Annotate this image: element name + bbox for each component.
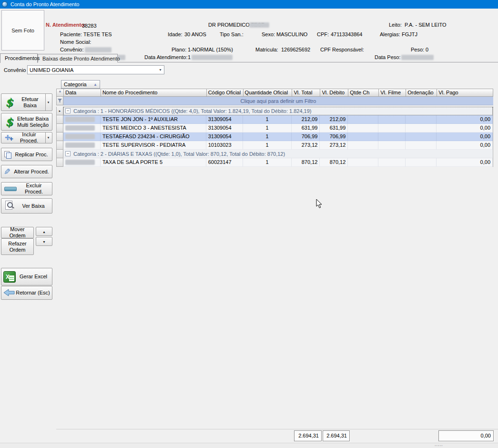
data-atendimento-prefix: 1 (188, 54, 191, 60)
photo-placeholder-text: Sem Foto (11, 28, 34, 33)
sexo-value: MASCULINO (276, 31, 307, 37)
cell-codigo-oficial: 10103023 (206, 141, 243, 150)
convenio-select[interactable]: UNIMED GOIANIA ▼ (27, 65, 164, 74)
cell-qtde-ch (348, 132, 378, 141)
cell-vl-total: 706,99 (292, 132, 320, 141)
group-header-text: Categoria : 1 - HONORÁRIOS MÉDICOS ((Qtd… (73, 108, 312, 114)
collapse-group-icon[interactable]: − (65, 108, 71, 113)
column-header-vl-pago[interactable]: Vl. Pago (437, 89, 493, 97)
mover-ordem-button[interactable]: Mover Ordem (1, 227, 34, 238)
redacted-date (65, 134, 95, 139)
cell-ordenacao (406, 124, 437, 132)
group-row[interactable]: −Categoria : 2 - DIÁRIAS E TAXAS ((Qtde:… (56, 150, 493, 158)
chevron-down-icon[interactable]: ▼ (157, 68, 164, 71)
cell-ordenacao (406, 115, 437, 124)
matricula-label: Matricula: (255, 47, 278, 52)
ver-baixa-button[interactable]: Ver Baixa (1, 198, 52, 214)
row-indicator[interactable] (56, 124, 63, 132)
row-indicator[interactable] (56, 132, 63, 141)
column-header-vl-total[interactable]: Vl. Total (292, 89, 320, 97)
app-icon (2, 1, 8, 7)
cell-codigo-oficial: 31309054 (206, 124, 243, 132)
column-header-data[interactable]: Data (64, 89, 101, 97)
cell-vl-pago: 0,00 (437, 141, 493, 150)
cell-quantidade-oficial: 1 (243, 158, 292, 167)
cell-vl-total: 212,09 (292, 115, 320, 124)
efetuar-baixa-multi-selecao-button[interactable]: $ Efetuar Baixa Multi Seleção (1, 113, 52, 131)
cell-vl-pago: 0,00 (437, 132, 493, 141)
cell-quantidade-oficial: 1 (243, 132, 292, 141)
gerar-excel-button[interactable]: Gerar Excel (1, 268, 52, 285)
column-header-ordenacao[interactable]: Ordenação (406, 89, 437, 97)
filter-row-band[interactable]: Clique aqui para definir um Filtro (63, 97, 493, 105)
excel-icon (3, 271, 16, 283)
procedure-row[interactable]: TESTE JON JON - 1º AUXILIAR313090541212,… (56, 115, 493, 124)
convenio-header-label: Convênio: (60, 47, 84, 52)
up-arrow-icon: ▲ (42, 230, 46, 234)
focused-row-marker-icon: ▸ (56, 107, 63, 115)
redacted-date (65, 125, 95, 131)
down-arrow-icon: ▼ (42, 240, 46, 244)
filter-row-indicator (56, 97, 63, 105)
redacted-data-atendimento (192, 55, 233, 60)
cell-quantidade-oficial: 1 (243, 124, 292, 132)
plano-value: 1-NORMAL (150%) (188, 47, 233, 52)
cell-nome-do-procedimento: TAXA DE SALA PORTE 5 (101, 158, 206, 167)
redacted-date (65, 117, 95, 122)
cell-nome-do-procedimento: TESTE MEDICO 3 - ANESTESISTA (101, 124, 206, 132)
retornar-button[interactable]: Retornar (Esc) (1, 286, 52, 300)
filter-funnel-icon (58, 99, 62, 103)
alergias-value: FGJTJ (402, 31, 417, 37)
column-header-vl-debito[interactable]: Vl. Débito (320, 89, 348, 97)
group-row[interactable]: ▸−Categoria : 1 - HONORÁRIOS MÉDICOS ((Q… (56, 107, 493, 115)
conta-pronto-atendimento-window: Conta do Pronto Atendimento Sem Foto N. … (0, 0, 498, 448)
delete-bar-icon (4, 187, 17, 191)
group-band[interactable]: −Categoria : 1 - HONORÁRIOS MÉDICOS ((Qt… (63, 107, 493, 115)
redacted-date (65, 143, 95, 148)
refazer-ordem-button[interactable]: Refazer Ordem (1, 238, 34, 255)
efetuar-baixa-button[interactable]: $ Efetuar Baixa ▼ (1, 93, 52, 111)
redacted-data-peso (401, 55, 434, 60)
group-band[interactable]: −Categoria : 2 - DIÁRIAS E TAXAS ((Qtde:… (63, 150, 493, 158)
resize-grip[interactable]: ,,,,, (435, 442, 443, 447)
cell-vl-debito: 870,12 (320, 158, 348, 167)
row-indicator[interactable] (56, 141, 63, 150)
excluir-procedimento-button[interactable]: Excluir Proced. (1, 182, 52, 195)
column-header-quantidade-oficial[interactable]: Quantidade Oficial (244, 89, 293, 97)
peso-value: 0 (426, 47, 428, 52)
data-peso-label: Data Peso: (375, 54, 400, 60)
cell-qtde-ch (348, 115, 378, 124)
tab-procedimentos[interactable]: Procedimentos (0, 53, 38, 63)
row-indicator[interactable] (56, 115, 63, 124)
cpf-label: CPF: (317, 31, 329, 37)
replicar-procedimento-button[interactable]: Replicar Proc. (1, 148, 52, 161)
nome-social-label: Nome Social: (60, 39, 91, 45)
column-header-codigo-oficial[interactable]: Código Oficial (207, 89, 244, 97)
procedure-row[interactable]: TAXA DE SALA PORTE 5600231471870,12870,1… (56, 158, 493, 167)
cell-data (63, 124, 101, 132)
alergias-label: Alergias: (380, 31, 400, 37)
collapse-group-icon[interactable]: − (65, 151, 71, 156)
peso-label: Peso: (411, 47, 424, 52)
cell-ordenacao (406, 132, 437, 141)
incluir-procedimento-button[interactable]: ✚ Incluir Proced. ▼ (1, 132, 52, 143)
mouse-cursor (316, 199, 323, 209)
cell-codigo-oficial: 31309054 (206, 115, 243, 124)
row-indicator[interactable] (56, 158, 63, 167)
magnifier-doc-icon (4, 201, 16, 211)
procedure-row[interactable]: TESTE SUPERVISOR - PEDIATRA101030231273,… (56, 141, 493, 150)
column-header-qtde-ch[interactable]: Qtde Ch (348, 89, 379, 97)
dropdown-arrow-icon[interactable]: ▼ (45, 132, 51, 143)
titlebar[interactable]: Conta do Pronto Atendimento (0, 0, 498, 9)
alterar-procedimento-button[interactable]: ✎ Alterar Proced. (1, 165, 52, 178)
group-by-categoria-button[interactable]: Categoria ▲ (61, 80, 100, 89)
tab-baixas-pronto-atendimento[interactable]: Baixas deste Pronto Atendimento (38, 54, 118, 62)
procedure-row[interactable]: TESTE MEDICO 3 - ANESTESISTA313090541631… (56, 124, 493, 132)
column-header-nome-do-procedimento[interactable]: Nome do Procedimento (101, 89, 207, 97)
dropdown-arrow-icon[interactable]: ▼ (45, 94, 51, 111)
move-down-button[interactable]: ▼ (36, 237, 52, 246)
procedure-row[interactable]: TESTAEFASD 234234 - CIRURGIÃO31309054170… (56, 132, 493, 141)
filter-row[interactable]: Clique aqui para definir um Filtro (56, 97, 493, 105)
move-up-button[interactable]: ▲ (36, 227, 52, 236)
column-header-vl-filme[interactable]: Vl. Filme (379, 89, 406, 97)
